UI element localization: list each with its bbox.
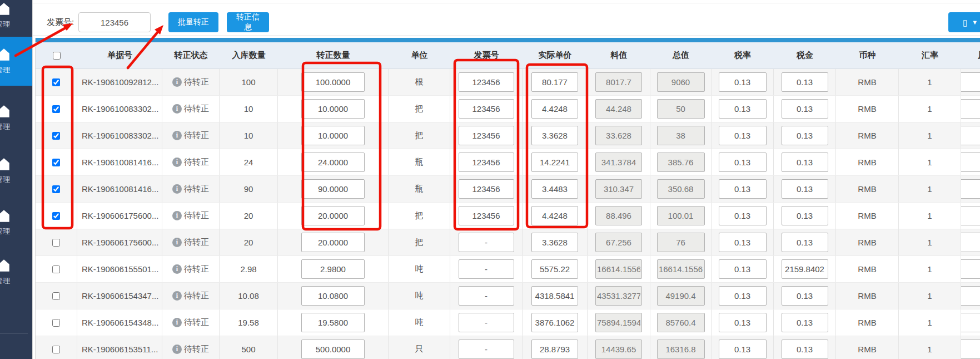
row-invoice-no-input[interactable] <box>459 99 514 119</box>
unit-cell: 根 <box>389 69 450 95</box>
tax-rate-input[interactable] <box>719 233 767 252</box>
info-icon: i <box>172 211 182 220</box>
row-invoice-no-input[interactable] <box>459 126 514 145</box>
conv-qty-input[interactable] <box>301 126 365 145</box>
row-checkbox[interactable] <box>52 132 60 140</box>
tax-rate-input[interactable] <box>719 126 767 145</box>
unit-price-cell <box>523 256 588 282</box>
row-checkbox[interactable] <box>52 346 60 353</box>
unit-price-input[interactable] <box>531 313 578 332</box>
tax-rate-input[interactable] <box>719 153 767 172</box>
doc-no-cell: RK-190606154348... <box>77 309 162 336</box>
status-cell: i待转正 <box>162 336 220 359</box>
row-checkbox[interactable] <box>52 319 60 327</box>
unit-price-input[interactable] <box>531 179 578 199</box>
tax-amount-input[interactable] <box>782 206 828 225</box>
extra-input[interactable] <box>961 313 980 332</box>
row-checkbox[interactable] <box>52 185 60 193</box>
unit-price-cell <box>523 336 588 359</box>
tax-amount-input[interactable] <box>782 286 828 306</box>
unit-price-input[interactable] <box>531 153 578 172</box>
unit-price-input[interactable] <box>531 340 578 359</box>
conv-qty-input[interactable] <box>301 259 365 279</box>
extra-input[interactable] <box>961 259 980 279</box>
tax-amount-input[interactable] <box>782 340 828 359</box>
row-checkbox[interactable] <box>52 239 60 247</box>
tax-rate-input[interactable] <box>719 99 767 119</box>
row-invoice-no-input[interactable] <box>459 233 514 252</box>
doc-no-cell: RK-190606175600... <box>77 203 162 229</box>
tax-amount-input[interactable] <box>782 233 828 252</box>
extra-input[interactable] <box>961 233 980 252</box>
sidebar-item-4[interactable]: 管理 <box>0 146 32 195</box>
unit-price-cell <box>523 283 588 309</box>
tax-rate-input[interactable] <box>719 340 767 359</box>
row-invoice-no-input[interactable] <box>459 179 514 199</box>
unit-price-input[interactable] <box>531 286 578 306</box>
extra-input[interactable] <box>961 126 980 145</box>
select-all-checkbox[interactable] <box>53 52 61 60</box>
tax-amount-cell <box>774 149 836 175</box>
tax-rate-input[interactable] <box>719 313 767 332</box>
conv-qty-input[interactable] <box>301 179 365 199</box>
tax-rate-input[interactable] <box>719 286 767 306</box>
unit-price-input[interactable] <box>531 126 578 145</box>
sidebar-item-6[interactable]: 管理 <box>0 248 32 297</box>
total-value-cell <box>650 69 712 95</box>
sidebar-item-1[interactable]: 管理 <box>0 0 32 40</box>
extra-input[interactable] <box>961 340 980 359</box>
unit-price-input[interactable] <box>531 72 578 92</box>
tax-amount-input[interactable] <box>782 259 828 279</box>
invoice-no-input[interactable] <box>78 12 151 32</box>
unit-price-input[interactable] <box>531 99 578 119</box>
tax-amount-input[interactable] <box>782 313 828 332</box>
extra-input[interactable] <box>961 286 980 306</box>
conv-qty-input[interactable] <box>301 313 365 332</box>
tax-amount-input[interactable] <box>782 179 828 199</box>
row-checkbox[interactable] <box>52 265 60 273</box>
columns-dropdown-button[interactable]: ▯ ▼ <box>948 12 980 32</box>
tax-amount-input[interactable] <box>782 72 828 92</box>
row-invoice-no-input[interactable] <box>459 206 514 225</box>
row-checkbox[interactable] <box>52 159 60 166</box>
material-value-cell <box>588 336 650 359</box>
convert-info-button[interactable]: 转正信息 <box>227 12 269 32</box>
extra-input[interactable] <box>961 72 980 92</box>
sidebar-item-3[interactable]: 管理 <box>0 94 32 142</box>
row-invoice-no-input[interactable] <box>459 286 514 306</box>
conv-qty-input[interactable] <box>301 340 365 359</box>
conv-qty-input[interactable] <box>301 206 365 225</box>
row-invoice-no-input[interactable] <box>459 313 514 332</box>
conv-qty-input[interactable] <box>301 233 365 252</box>
sidebar-item-2-active[interactable]: 管理 <box>0 37 32 86</box>
row-checkbox[interactable] <box>52 78 60 86</box>
extra-input[interactable] <box>961 99 980 119</box>
conv-qty-input[interactable] <box>301 286 365 306</box>
extra-input[interactable] <box>961 153 980 172</box>
unit-price-input[interactable] <box>531 206 578 225</box>
extra-input[interactable] <box>961 206 980 225</box>
row-checkbox[interactable] <box>52 105 60 113</box>
status-label: 待转正 <box>184 77 209 87</box>
batch-convert-button[interactable]: 批量转正 <box>168 12 218 32</box>
tax-amount-input[interactable] <box>782 153 828 172</box>
tax-rate-input[interactable] <box>719 179 767 199</box>
tax-rate-input[interactable] <box>719 72 767 92</box>
row-checkbox[interactable] <box>52 212 60 220</box>
tax-amount-input[interactable] <box>782 99 828 119</box>
row-invoice-no-input[interactable] <box>459 72 514 92</box>
conv-qty-input[interactable] <box>301 99 365 119</box>
row-checkbox[interactable] <box>52 292 60 300</box>
unit-price-input[interactable] <box>531 259 578 279</box>
tax-rate-input[interactable] <box>719 206 767 225</box>
conv-qty-input[interactable] <box>301 153 365 172</box>
extra-input[interactable] <box>961 179 980 199</box>
row-invoice-no-input[interactable] <box>459 153 514 172</box>
unit-price-input[interactable] <box>531 233 578 252</box>
row-invoice-no-input[interactable] <box>459 340 514 359</box>
conv-qty-input[interactable] <box>301 72 365 92</box>
tax-amount-input[interactable] <box>782 126 828 145</box>
sidebar-item-5[interactable]: 管理 <box>0 198 32 247</box>
tax-rate-input[interactable] <box>719 259 767 279</box>
row-invoice-no-input[interactable] <box>459 259 514 279</box>
